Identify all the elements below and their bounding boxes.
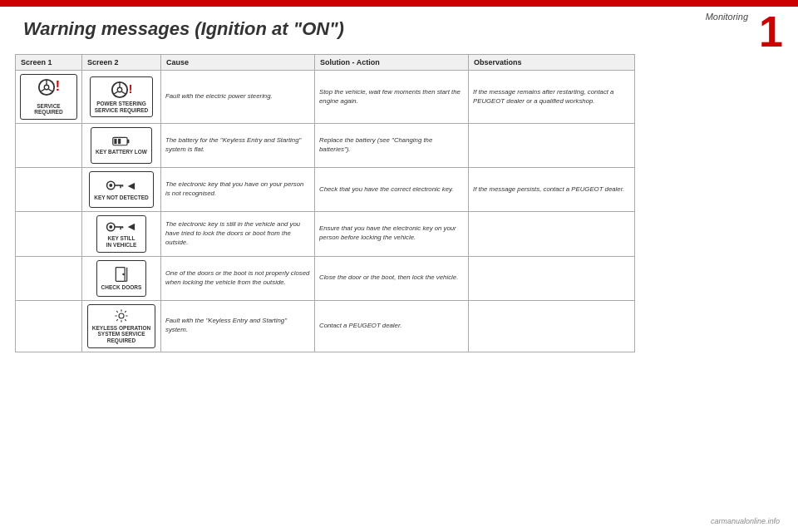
section-label: Monitoring	[706, 12, 748, 22]
screen1-icon: ! SERVICE REQUIRED	[20, 74, 77, 120]
screen2-icon: CHECK DOORS	[96, 260, 147, 297]
table-row: ◄ KEY NOT DETECTED The electronic key th…	[16, 168, 635, 212]
screen2-cell: KEY BATTERY LOW	[82, 124, 161, 168]
svg-rect-12	[114, 139, 116, 144]
col-header-screen2: Screen 2	[82, 55, 161, 71]
screen2-icon: ◄ KEY NOT DETECTED	[89, 171, 154, 208]
solution-cell: Check that you have the correct electron…	[315, 168, 469, 212]
screen1-cell: ! SERVICE REQUIRED	[16, 71, 82, 124]
svg-point-25	[122, 273, 125, 275]
observations-cell: If the message persists, contact a PEUGE…	[469, 168, 635, 212]
screen1-cell	[16, 256, 82, 300]
observations-cell	[469, 212, 635, 256]
table-row: CHECK DOORS One of the doors or the boot…	[16, 256, 635, 300]
screen1-cell	[16, 212, 82, 256]
solution-cell: Ensure that you have the electronic key …	[315, 212, 469, 256]
svg-point-6	[117, 87, 122, 92]
screen1-cell	[16, 168, 82, 212]
svg-rect-11	[127, 140, 129, 144]
screen2-cell: CHECK DOORS	[82, 256, 161, 300]
cause-cell: One of the doors or the boot is not prop…	[161, 256, 315, 300]
svg-line-4	[48, 89, 52, 91]
cause-cell: The battery for the "Keyless Entry and S…	[161, 124, 315, 168]
observations-cell	[469, 256, 635, 300]
screen2-cell: KEYLESS OPERATIONSYSTEM SERVICEREQUIRED	[82, 300, 161, 352]
observations-cell: If the message remains after restarting,…	[469, 71, 635, 124]
solution-cell: Contact a PEUGEOT dealer.	[315, 300, 469, 352]
observations-cell	[469, 300, 635, 352]
cause-cell: Fault with the electric power steering.	[161, 71, 315, 124]
table-row: ! SERVICE REQUIRED ! POWER STEERINGSERVI…	[16, 71, 635, 124]
screen2-icon: KEYLESS OPERATIONSYSTEM SERVICEREQUIRED	[87, 304, 155, 348]
svg-line-9	[121, 91, 126, 94]
screen1-cell	[16, 300, 82, 352]
observations-cell	[469, 124, 635, 168]
cause-cell: The electronic key that you have on your…	[161, 168, 315, 212]
solution-cell: Close the door or the boot, then lock th…	[315, 256, 469, 300]
table-row: ◄ KEY STILLIN VEHICLE The electronic key…	[16, 212, 635, 256]
table-row: KEY BATTERY LOW The battery for the "Key…	[16, 124, 635, 168]
solution-cell: Stop the vehicle, wait few moments then …	[315, 71, 469, 124]
svg-point-15	[109, 184, 112, 187]
svg-point-20	[109, 225, 112, 229]
svg-line-8	[113, 91, 117, 94]
table-row: KEYLESS OPERATIONSYSTEM SERVICEREQUIRED …	[16, 300, 635, 352]
col-header-solution: Solution - Action	[315, 55, 469, 71]
screen2-cell: ! POWER STEERINGSERVICE REQUIRED	[82, 71, 161, 124]
svg-point-1	[44, 85, 49, 90]
col-header-cause: Cause	[161, 55, 315, 71]
top-red-bar	[0, 0, 798, 7]
page-title: Warning messages (Ignition at "ON")	[23, 18, 344, 40]
svg-point-28	[119, 313, 124, 318]
screen2-cell: ◄ KEY STILLIN VEHICLE	[82, 212, 161, 256]
col-header-observations: Observations	[469, 55, 635, 71]
warning-messages-table: Screen 1 Screen 2 Cause Solution - Actio…	[15, 54, 635, 352]
watermark: carmanualonline.info	[711, 517, 780, 525]
cause-cell: Fault with the "Keyless Entry and Starti…	[161, 300, 315, 352]
chapter-number: 1	[759, 10, 783, 53]
svg-rect-13	[118, 139, 121, 144]
screen2-cell: ◄ KEY NOT DETECTED	[82, 168, 161, 212]
cause-cell: The electronic key is still in the vehic…	[161, 212, 315, 256]
screen1-cell	[16, 124, 82, 168]
screen2-icon: ◄ KEY STILLIN VEHICLE	[96, 215, 146, 252]
solution-cell: Replace the battery (see "Changing the b…	[315, 124, 469, 168]
screen2-icon: KEY BATTERY LOW	[91, 127, 152, 164]
svg-line-3	[40, 89, 44, 91]
col-header-screen1: Screen 1	[16, 55, 82, 71]
screen2-icon: ! POWER STEERINGSERVICE REQUIRED	[90, 76, 154, 118]
